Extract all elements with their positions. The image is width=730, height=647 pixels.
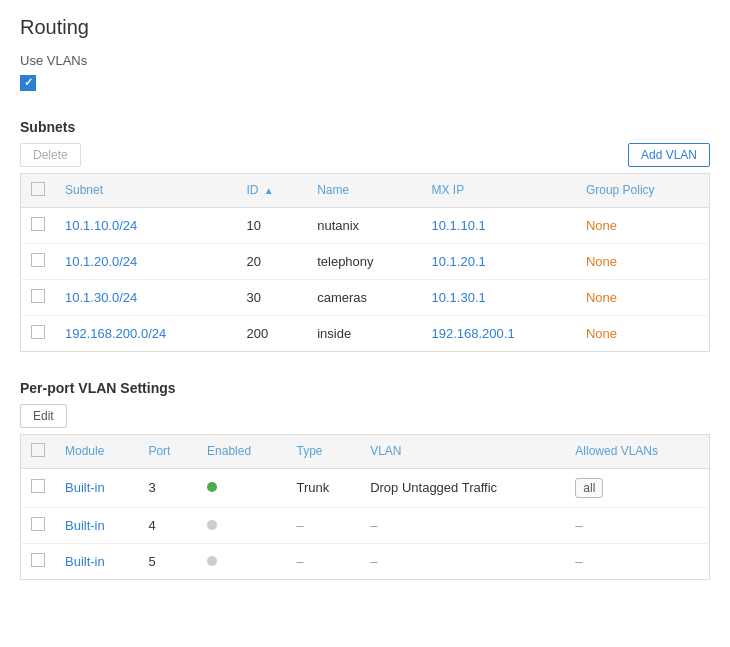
id-cell: 30 bbox=[236, 279, 307, 315]
per-port-col-vlan: VLAN bbox=[360, 434, 565, 468]
vlan-value: Drop Untagged Traffic bbox=[370, 480, 497, 495]
enabled-dot-gray bbox=[207, 520, 217, 530]
table-row: 10.1.10.0/24 10 nutanix 10.1.10.1 None bbox=[21, 207, 710, 243]
name-cell: telephony bbox=[307, 243, 421, 279]
group-policy-cell: None bbox=[576, 243, 710, 279]
group-policy-cell: None bbox=[576, 279, 710, 315]
subnet-cell[interactable]: 10.1.20.0/24 bbox=[55, 243, 236, 279]
allowed-vlans-cell: – bbox=[565, 507, 709, 543]
row-checkbox-cell[interactable] bbox=[21, 543, 56, 579]
vlan-cell: Drop Untagged Traffic bbox=[360, 468, 565, 507]
row-checkbox-cell[interactable] bbox=[21, 315, 56, 351]
edit-button[interactable]: Edit bbox=[20, 404, 67, 428]
name-cell: nutanix bbox=[307, 207, 421, 243]
table-row: Built-in 5 – – – bbox=[21, 543, 710, 579]
mx-ip-cell[interactable]: 192.168.200.1 bbox=[422, 315, 576, 351]
subnet-cell[interactable]: 192.168.200.0/24 bbox=[55, 315, 236, 351]
row-checkbox-cell[interactable] bbox=[21, 207, 56, 243]
subnets-col-subnet: Subnet bbox=[55, 173, 236, 207]
subnets-title: Subnets bbox=[20, 119, 710, 135]
per-port-select-all[interactable] bbox=[31, 443, 45, 457]
enabled-cell bbox=[197, 468, 286, 507]
id-cell: 200 bbox=[236, 315, 307, 351]
row-checkbox[interactable] bbox=[31, 325, 45, 339]
subnets-section: Subnets Delete Add VLAN Subnet ID ▲ Name… bbox=[20, 119, 710, 352]
enabled-dot-green bbox=[207, 482, 217, 492]
row-checkbox[interactable] bbox=[31, 553, 45, 567]
vlan-cell: – bbox=[360, 507, 565, 543]
subnets-col-id[interactable]: ID ▲ bbox=[236, 173, 307, 207]
type-dash: – bbox=[297, 518, 304, 533]
per-port-col-enabled: Enabled bbox=[197, 434, 286, 468]
subnets-toolbar: Delete Add VLAN bbox=[20, 143, 710, 167]
name-cell: inside bbox=[307, 315, 421, 351]
subnet-cell[interactable]: 10.1.10.0/24 bbox=[55, 207, 236, 243]
mx-ip-cell[interactable]: 10.1.10.1 bbox=[422, 207, 576, 243]
group-policy-cell: None bbox=[576, 315, 710, 351]
add-vlan-button[interactable]: Add VLAN bbox=[628, 143, 710, 167]
subnets-col-group-policy: Group Policy bbox=[576, 173, 710, 207]
use-vlans-label: Use VLANs bbox=[20, 53, 710, 68]
per-port-col-module: Module bbox=[55, 434, 138, 468]
row-checkbox-cell[interactable] bbox=[21, 279, 56, 315]
row-checkbox-cell[interactable] bbox=[21, 468, 56, 507]
type-cell: – bbox=[287, 543, 361, 579]
subnets-col-mx-ip: MX IP bbox=[422, 173, 576, 207]
vlan-cell: – bbox=[360, 543, 565, 579]
row-checkbox[interactable] bbox=[31, 289, 45, 303]
per-port-section: Per-port VLAN Settings Edit Module Port … bbox=[20, 380, 710, 580]
type-value: Trunk bbox=[297, 480, 330, 495]
sort-arrow-up: ▲ bbox=[264, 185, 274, 196]
allowed-vlans-cell: all bbox=[565, 468, 709, 507]
per-port-toolbar: Edit bbox=[20, 404, 710, 428]
type-cell: – bbox=[287, 507, 361, 543]
table-row: Built-in 4 – – – bbox=[21, 507, 710, 543]
row-checkbox[interactable] bbox=[31, 253, 45, 267]
table-row: 10.1.20.0/24 20 telephony 10.1.20.1 None bbox=[21, 243, 710, 279]
enabled-dot-gray bbox=[207, 556, 217, 566]
use-vlans-section: Use VLANs bbox=[20, 53, 710, 91]
port-cell: 5 bbox=[138, 543, 197, 579]
module-cell[interactable]: Built-in bbox=[55, 468, 138, 507]
allowed-vlans-dash: – bbox=[575, 518, 582, 533]
allowed-vlans-dash: – bbox=[575, 554, 582, 569]
module-cell[interactable]: Built-in bbox=[55, 507, 138, 543]
port-cell: 3 bbox=[138, 468, 197, 507]
type-cell: Trunk bbox=[287, 468, 361, 507]
table-row: 192.168.200.0/24 200 inside 192.168.200.… bbox=[21, 315, 710, 351]
subnets-header-checkbox[interactable] bbox=[21, 173, 56, 207]
per-port-table: Module Port Enabled Type VLAN Allowed VL… bbox=[20, 434, 710, 580]
mx-ip-cell[interactable]: 10.1.30.1 bbox=[422, 279, 576, 315]
row-checkbox[interactable] bbox=[31, 517, 45, 531]
id-cell: 20 bbox=[236, 243, 307, 279]
page-title: Routing bbox=[20, 16, 710, 39]
per-port-col-port: Port bbox=[138, 434, 197, 468]
id-cell: 10 bbox=[236, 207, 307, 243]
row-checkbox[interactable] bbox=[31, 479, 45, 493]
type-dash: – bbox=[297, 554, 304, 569]
port-cell: 4 bbox=[138, 507, 197, 543]
per-port-title: Per-port VLAN Settings bbox=[20, 380, 710, 396]
row-checkbox-cell[interactable] bbox=[21, 507, 56, 543]
mx-ip-cell[interactable]: 10.1.20.1 bbox=[422, 243, 576, 279]
subnet-cell[interactable]: 10.1.30.0/24 bbox=[55, 279, 236, 315]
delete-button[interactable]: Delete bbox=[20, 143, 81, 167]
per-port-col-type: Type bbox=[287, 434, 361, 468]
allowed-vlans-badge: all bbox=[575, 478, 603, 498]
table-row: Built-in 3 Trunk Drop Untagged Traffic a… bbox=[21, 468, 710, 507]
vlan-dash: – bbox=[370, 554, 377, 569]
per-port-col-allowed-vlans: Allowed VLANs bbox=[565, 434, 709, 468]
select-all-checkbox[interactable] bbox=[31, 182, 45, 196]
group-policy-cell: None bbox=[576, 207, 710, 243]
row-checkbox[interactable] bbox=[31, 217, 45, 231]
module-cell[interactable]: Built-in bbox=[55, 543, 138, 579]
enabled-cell bbox=[197, 507, 286, 543]
table-row: 10.1.30.0/24 30 cameras 10.1.30.1 None bbox=[21, 279, 710, 315]
name-cell: cameras bbox=[307, 279, 421, 315]
per-port-header-checkbox[interactable] bbox=[21, 434, 56, 468]
allowed-vlans-cell: – bbox=[565, 543, 709, 579]
use-vlans-checkbox[interactable] bbox=[20, 75, 36, 91]
subnets-col-name: Name bbox=[307, 173, 421, 207]
enabled-cell bbox=[197, 543, 286, 579]
row-checkbox-cell[interactable] bbox=[21, 243, 56, 279]
